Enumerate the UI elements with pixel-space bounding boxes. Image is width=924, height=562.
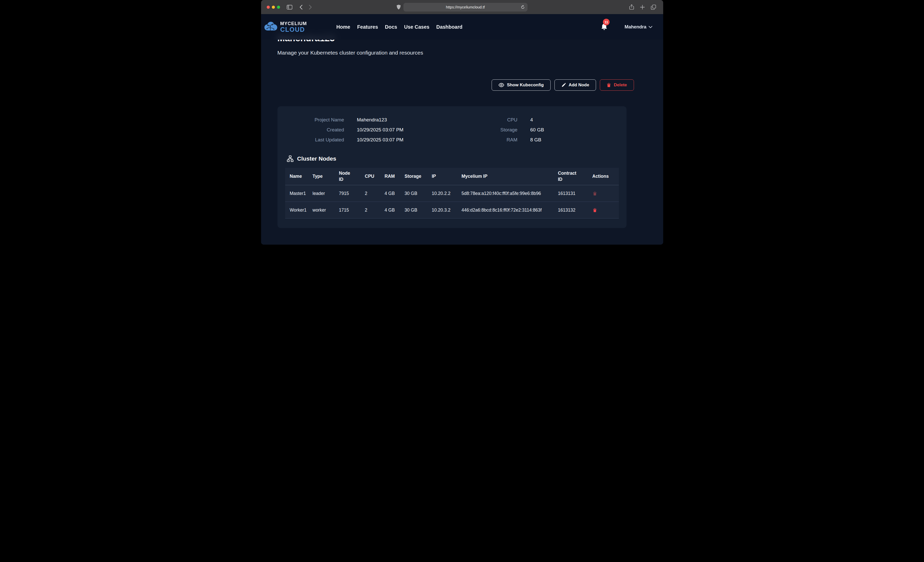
cell-node-id: 7915 [339, 185, 365, 202]
browser-toolbar: https://myceliumcloud.tf [261, 0, 663, 14]
ram-label: RAM [449, 137, 518, 143]
cell-contract-id: 1613131 [558, 185, 592, 202]
page-content: Mahendra123 Manage your Kubernetes clust… [261, 14, 663, 245]
info-row-storage: Storage 60 GB [449, 127, 544, 133]
cluster-details-card: Project Name Mahendra123 Created 10/29/2… [278, 106, 627, 228]
info-row-ram: RAM 8 GB [449, 137, 544, 143]
minimize-window-button[interactable] [272, 6, 275, 9]
info-row-created: Created 10/29/2025 03:07 PM [285, 127, 449, 133]
close-window-button[interactable] [267, 6, 270, 9]
address-bar[interactable]: https://myceliumcloud.tf [404, 3, 528, 12]
site-header: MYCELIUM CLOUD Home Features Docs Use Ca… [261, 14, 663, 40]
col-mycelium-ip: Mycelium IP [462, 168, 558, 185]
cell-mycelium-ip: 446:d2a6:8bcd:8c16:ff0f:72e2:3114:863f [462, 202, 558, 218]
new-tab-icon[interactable] [640, 5, 645, 9]
delete-cluster-button[interactable]: Delete [600, 79, 634, 91]
nav-link-features[interactable]: Features [357, 24, 378, 30]
cell-cpu: 2 [365, 185, 385, 202]
share-icon[interactable] [629, 4, 634, 10]
project-name-value: Mahendra123 [357, 117, 387, 123]
nav-link-use-cases[interactable]: Use Cases [404, 24, 429, 30]
tab-overview-icon[interactable] [651, 4, 656, 10]
nav-link-docs[interactable]: Docs [385, 24, 397, 30]
col-contract-id: Contract ID [558, 168, 592, 185]
last-updated-label: Last Updated [285, 137, 344, 143]
url-text: https://myceliumcloud.tf [446, 5, 485, 9]
cluster-nodes-title: Cluster Nodes [297, 155, 336, 162]
cluster-actions: Show Kubeconfig Add Node [278, 79, 647, 91]
cluster-nodes-icon [287, 155, 294, 162]
cell-contract-id: 1613132 [558, 202, 592, 218]
col-storage: Storage [405, 168, 432, 185]
cell-ip: 10.20.2.2 [432, 185, 462, 202]
brand-name-bottom: CLOUD [280, 26, 307, 33]
col-type: Type [313, 168, 339, 185]
user-menu[interactable]: Mahendra [624, 24, 652, 30]
cell-cpu: 2 [365, 202, 385, 218]
eye-icon [498, 83, 504, 87]
show-kubeconfig-button[interactable]: Show Kubeconfig [492, 79, 551, 91]
cell-type: leader [313, 185, 339, 202]
cell-ram: 4 GB [385, 202, 405, 218]
user-name: Mahendra [624, 24, 646, 30]
col-ram: RAM [385, 168, 405, 185]
nav-link-dashboard[interactable]: Dashboard [436, 24, 462, 30]
created-label: Created [285, 127, 344, 133]
show-kubeconfig-label: Show Kubeconfig [507, 82, 544, 88]
table-row-worker1: Worker1 worker 1715 2 4 GB 30 GB 10.20.3… [285, 202, 619, 218]
col-actions: Actions [592, 168, 619, 185]
main-nav: Home Features Docs Use Cases Dashboard [336, 24, 463, 30]
info-row-last-updated: Last Updated 10/29/2025 03:07 PM [285, 137, 449, 143]
forward-button-icon[interactable] [309, 4, 312, 10]
pencil-icon [561, 83, 566, 87]
zoom-window-button[interactable] [277, 6, 280, 9]
last-updated-value: 10/29/2025 03:07 PM [357, 137, 404, 143]
cell-name: Master1 [285, 185, 313, 202]
nodes-table: Name Type Node ID CPU RAM Storage IP Myc… [285, 168, 619, 218]
cell-storage: 30 GB [405, 185, 432, 202]
cell-storage: 30 GB [405, 202, 432, 218]
page-subtitle: Manage your Kubernetes cluster configura… [278, 49, 647, 56]
col-ip: IP [432, 168, 462, 185]
reload-icon[interactable] [521, 5, 525, 9]
chevron-down-icon [649, 26, 652, 28]
created-value: 10/29/2025 03:07 PM [357, 127, 404, 133]
mycelium-cloud-logo-icon [264, 21, 278, 33]
cell-ip: 10.20.3.2 [432, 202, 462, 218]
nav-link-home[interactable]: Home [336, 24, 350, 30]
cell-node-id: 1715 [339, 202, 365, 218]
trash-icon [607, 83, 611, 87]
delete-node-button[interactable] [592, 208, 597, 213]
cell-name: Worker1 [285, 202, 313, 218]
back-button-icon[interactable] [300, 4, 303, 10]
nodes-table-header: Name Type Node ID CPU RAM Storage IP Myc… [285, 168, 619, 185]
col-cpu: CPU [365, 168, 385, 185]
delete-label: Delete [614, 82, 627, 88]
info-row-cpu: CPU 4 [449, 117, 544, 123]
ram-value: 8 GB [530, 137, 542, 143]
info-row-project-name: Project Name Mahendra123 [285, 117, 449, 123]
notification-count-badge: 11 [603, 19, 610, 25]
add-node-button[interactable]: Add Node [555, 79, 596, 91]
traffic-lights [267, 6, 280, 9]
project-name-label: Project Name [285, 117, 344, 123]
notifications-bell-icon[interactable]: 11 [601, 23, 608, 30]
cpu-value: 4 [530, 117, 533, 123]
storage-label: Storage [449, 127, 518, 133]
brand-name-top: MYCELIUM [280, 21, 307, 26]
sidebar-toggle-icon[interactable] [287, 5, 292, 9]
add-node-label: Add Node [568, 82, 589, 88]
privacy-shield-icon[interactable] [397, 4, 400, 9]
cell-mycelium-ip: 5d8:78ea:a120:f40c:ff0f:a5fe:99e6:8b96 [462, 185, 558, 202]
browser-window: https://myceliumcloud.tf [261, 0, 663, 245]
table-row-master1: Master1 leader 7915 2 4 GB 30 GB 10.20.2… [285, 185, 619, 202]
delete-node-button[interactable] [592, 191, 597, 196]
col-name: Name [285, 168, 313, 185]
cell-ram: 4 GB [385, 185, 405, 202]
col-node-id: Node ID [339, 168, 365, 185]
cpu-label: CPU [449, 117, 518, 123]
cell-type: worker [313, 202, 339, 218]
storage-value: 60 GB [530, 127, 544, 133]
brand-logo[interactable]: MYCELIUM CLOUD [264, 21, 307, 33]
